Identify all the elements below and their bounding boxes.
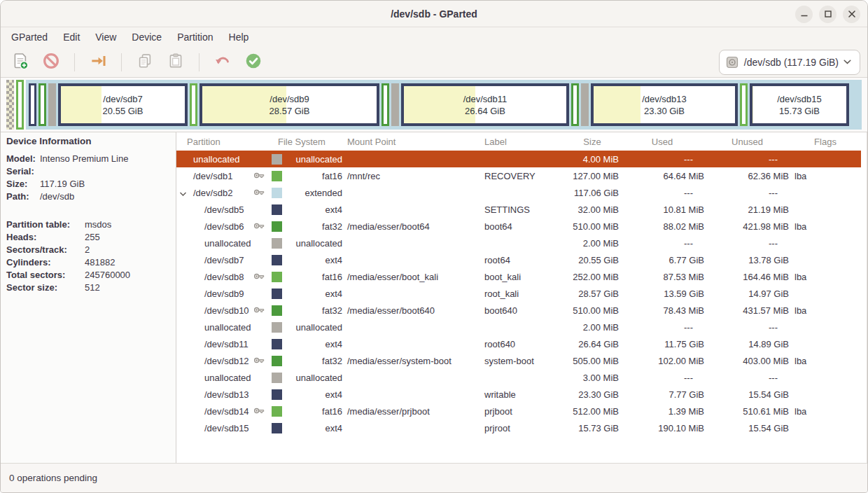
expander-chevron-icon[interactable] xyxy=(179,189,187,200)
partition-name: /dev/sdb11 xyxy=(204,339,248,349)
partition-row-sdb8[interactable]: /dev/sdb8fat16/media/esser/boot_kaliboot… xyxy=(176,268,861,285)
filesystem-name: ext4 xyxy=(282,423,344,433)
mount-point: /media/esser/prjboot xyxy=(344,406,482,417)
diskbar-segment-sdb9[interactable]: /dev/sdb928.57 GiB xyxy=(200,83,379,126)
toolbar-separator xyxy=(121,53,122,71)
partition-name: unallocated xyxy=(204,322,251,333)
filesystem-color-swatch xyxy=(272,255,282,265)
device-info-value: 245760000 xyxy=(85,269,130,282)
partition-label: system-boot xyxy=(482,356,565,366)
device-info-value: 2 xyxy=(85,244,90,256)
filesystem-name: ext4 xyxy=(282,289,344,299)
diskbar-segment-sdb14[interactable] xyxy=(740,83,748,126)
diskbar-segment-sdb13[interactable]: /dev/sdb1323.30 GiB xyxy=(591,83,738,126)
partition-row-sdb7[interactable]: /dev/sdb7ext4root6420.55 GiB6.77 GiB13.7… xyxy=(176,251,861,268)
unused-value: 62.36 MiB xyxy=(705,171,790,181)
diskbar-segment-sdb8[interactable] xyxy=(190,83,197,126)
device-info-row: Serial: xyxy=(6,165,170,178)
menu-help[interactable]: Help xyxy=(221,29,257,45)
partition-row-unallocated[interactable]: unallocatedunallocated2.00 MiB------ xyxy=(176,235,861,251)
diskbar-segment-unallocated[interactable] xyxy=(48,83,56,126)
filesystem-name: fat32 xyxy=(282,221,344,232)
unused-value: 15.54 GiB xyxy=(705,423,790,433)
size-value: 4.00 MiB xyxy=(565,154,620,165)
filesystem-color-swatch xyxy=(272,154,282,165)
partition-row-sdb2[interactable]: /dev/sdb2extended117.06 GiB------ xyxy=(176,184,861,201)
menu-device[interactable]: Device xyxy=(124,29,169,45)
used-value: 10.81 MiB xyxy=(620,204,705,215)
partition-row-unallocated[interactable]: unallocatedunallocated2.00 MiB------ xyxy=(176,319,861,335)
diskbar-segment-unallocated[interactable] xyxy=(6,80,14,130)
main-area: Device Information Model:Intenso Premium… xyxy=(1,132,867,463)
diskbar-segment-sdb15[interactable]: /dev/sdb1515.73 GiB xyxy=(750,83,849,126)
partition-row-sdb5[interactable]: /dev/sdb5ext4SETTINGS32.00 MiB10.81 MiB2… xyxy=(176,201,861,218)
partition-table-body: unallocatedunallocated4.00 MiB------/dev… xyxy=(176,151,861,436)
unused-value: 431.57 MiB xyxy=(705,305,790,316)
filesystem-name: ext4 xyxy=(282,389,344,400)
toolbar-separator xyxy=(199,53,200,71)
filesystem-name: ext4 xyxy=(282,339,344,349)
diskbar-segment-unallocated[interactable] xyxy=(391,83,399,126)
diskbar-segment-sdb7[interactable]: /dev/sdb720.55 GiB xyxy=(58,83,188,126)
minimize-button[interactable] xyxy=(795,6,813,23)
used-value: 88.02 MiB xyxy=(620,221,705,232)
paste-button[interactable] xyxy=(166,53,186,72)
statusbar: 0 operations pending xyxy=(1,463,867,492)
mounted-key-icon xyxy=(253,188,265,198)
diskbar-segment-unallocated[interactable] xyxy=(581,83,589,126)
used-value: --- xyxy=(620,154,705,165)
undo-button[interactable] xyxy=(213,53,232,72)
partition-row-sdb9[interactable]: /dev/sdb9ext4root_kali28.57 GiB13.59 GiB… xyxy=(176,285,861,302)
partition-row-sdb11[interactable]: /dev/sdb11ext4root64026.64 GiB11.75 GiB1… xyxy=(176,335,861,352)
partition-name: /dev/sdb13 xyxy=(204,389,249,400)
copy-button[interactable] xyxy=(135,53,155,72)
unused-value: 13.78 GiB xyxy=(705,255,790,265)
menu-view[interactable]: View xyxy=(88,29,124,45)
column-header-partition: Partition xyxy=(176,137,270,147)
menu-partition[interactable]: Partition xyxy=(169,29,220,45)
partition-name: /dev/sdb1 xyxy=(193,171,232,181)
unused-value: 510.61 MiB xyxy=(705,406,790,417)
window-title: /dev/sdb - GParted xyxy=(391,8,477,20)
diskbar-segment-sdb12[interactable] xyxy=(571,83,579,126)
diskbar-segment-sdb1[interactable] xyxy=(16,80,24,130)
maximize-button[interactable] xyxy=(819,6,836,23)
apply-button[interactable] xyxy=(244,53,263,72)
partition-row-sdb12[interactable]: /dev/sdb12fat32/media/esser/system-boots… xyxy=(176,352,861,369)
diskbar-segment-sdb6[interactable] xyxy=(38,83,46,126)
close-button[interactable] xyxy=(843,6,860,23)
disk-visual-area: /dev/sdb720.55 GiB/dev/sdb928.57 GiB/dev… xyxy=(1,78,867,132)
apply-icon xyxy=(244,52,262,73)
partition-row-unallocated[interactable]: unallocatedunallocated3.00 MiB------ xyxy=(176,369,861,386)
diskbar-segment-sdb5[interactable] xyxy=(29,83,36,126)
toolbar-separator xyxy=(74,53,75,71)
diskbar-extended-partition: /dev/sdb720.55 GiB/dev/sdb928.57 GiB/dev… xyxy=(26,80,862,130)
menu-edit[interactable]: Edit xyxy=(55,29,88,45)
segment-label: /dev/sdb1323.30 GiB xyxy=(594,86,735,123)
menu-gparted[interactable]: GParted xyxy=(4,29,55,45)
mounted-key-icon xyxy=(253,171,265,181)
partition-row-sdb1[interactable]: /dev/sdb1fat16/mnt/recRECOVERY127.00 MiB… xyxy=(176,167,861,184)
partition-name: unallocated xyxy=(193,154,240,165)
partition-label: boot64 xyxy=(482,221,565,232)
device-selector-dropdown[interactable]: /dev/sdb (117.19 GiB) xyxy=(719,50,860,75)
new-partition-button[interactable] xyxy=(10,53,30,72)
filesystem-color-swatch xyxy=(272,406,282,417)
resize-move-button[interactable] xyxy=(88,53,108,72)
partition-row-sdb10[interactable]: /dev/sdb10fat32/media/esser/boot640boot6… xyxy=(176,302,861,319)
used-value: --- xyxy=(620,188,705,198)
maximize-icon xyxy=(824,10,832,18)
flags-value: lba xyxy=(790,171,861,181)
unused-value: --- xyxy=(705,373,790,383)
size-value: 512.00 MiB xyxy=(565,406,620,417)
diskbar-segment-sdb11[interactable]: /dev/sdb1126.64 GiB xyxy=(401,83,569,126)
partition-row-sdb15[interactable]: /dev/sdb15ext4prjroot15.73 GiB190.10 MiB… xyxy=(176,419,861,436)
delete-partition-button[interactable] xyxy=(41,53,61,72)
device-info-row: Model:Intenso Premium Line xyxy=(6,153,170,165)
partition-row-unallocated[interactable]: unallocatedunallocated4.00 MiB------ xyxy=(176,151,861,167)
diskbar-segment-sdb10[interactable] xyxy=(382,83,389,126)
partition-row-sdb13[interactable]: /dev/sdb13ext4writable23.30 GiB7.77 GiB1… xyxy=(176,386,861,403)
partition-row-sdb6[interactable]: /dev/sdb6fat32/media/esser/boot64boot645… xyxy=(176,218,861,235)
flags-value: lba xyxy=(790,305,861,316)
partition-row-sdb14[interactable]: /dev/sdb14fat16/media/esser/prjbootprjbo… xyxy=(176,403,861,419)
